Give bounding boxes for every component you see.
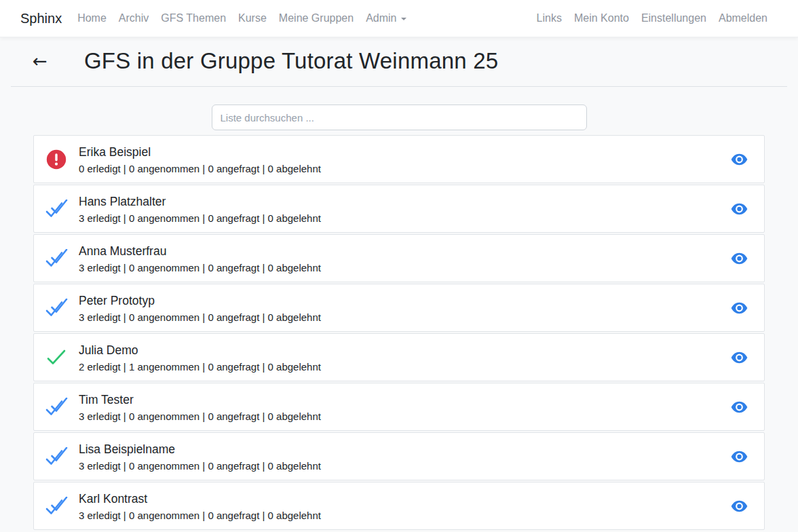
eye-icon: [731, 500, 748, 512]
list-item[interactable]: Lisa Beispielname 3 erledigt | 0 angenom…: [33, 432, 765, 480]
list-item[interactable]: Hans Platzhalter 3 erledigt | 0 angenomm…: [33, 185, 765, 233]
member-name: Peter Prototyp: [79, 294, 728, 308]
nav-item-mein-konto[interactable]: Mein Konto: [568, 12, 635, 24]
nav-item-home[interactable]: Home: [71, 12, 113, 24]
nav-item-gfs-themen[interactable]: GFS Themen: [155, 12, 232, 24]
single-check-icon: [47, 349, 66, 365]
header-divider: [11, 86, 787, 87]
eye-cell: [728, 200, 764, 218]
member-name: Karl Kontrast: [79, 492, 728, 506]
list-item[interactable]: Karl Kontrast 3 erledigt | 0 angenommen …: [33, 482, 765, 530]
double-check-icon: [45, 249, 68, 267]
member-list: Erika Beispiel 0 erledigt | 0 angenommen…: [33, 135, 765, 530]
navbar-right: Links Mein Konto Einstellungen Abmelden: [531, 12, 774, 24]
status-cell: [34, 249, 79, 267]
member-stats: 3 erledigt | 0 angenommen | 0 angefragt …: [79, 262, 728, 273]
member-info: Hans Platzhalter 3 erledigt | 0 angenomm…: [79, 194, 728, 224]
eye-cell: [728, 497, 764, 515]
view-details-button[interactable]: [728, 299, 750, 317]
eye-cell: [728, 398, 764, 416]
double-check-icon: [45, 200, 68, 218]
eye-icon: [731, 252, 748, 265]
eye-cell: [728, 299, 764, 317]
eye-cell: [728, 349, 764, 366]
double-check-icon: [45, 398, 68, 416]
nav-item-abmelden[interactable]: Abmelden: [712, 12, 774, 24]
member-name: Erika Beispiel: [79, 145, 728, 159]
view-details-button[interactable]: [728, 349, 750, 366]
navbar: Sphinx Home Archiv GFS Themen Kurse Mein…: [0, 0, 798, 37]
view-details-button[interactable]: [728, 448, 750, 466]
eye-icon: [731, 451, 748, 463]
member-name: Julia Demo: [79, 343, 728, 358]
member-stats: 3 erledigt | 0 angenommen | 0 angefragt …: [79, 460, 728, 472]
status-cell: [34, 398, 79, 416]
list-item[interactable]: Tim Tester 3 erledigt | 0 angenommen | 0…: [33, 383, 765, 431]
member-info: Tim Tester 3 erledigt | 0 angenommen | 0…: [79, 392, 728, 422]
view-details-button[interactable]: [728, 200, 750, 218]
status-cell: [34, 349, 79, 365]
eye-cell: [728, 151, 764, 168]
member-stats: 3 erledigt | 0 angenommen | 0 angefragt …: [79, 311, 728, 323]
member-info: Julia Demo 2 erledigt | 1 angenommen | 0…: [79, 343, 728, 373]
double-check-icon: [45, 497, 68, 515]
status-cell: [34, 299, 79, 317]
view-details-button[interactable]: [728, 398, 750, 416]
double-check-icon: [45, 299, 68, 317]
page-title: GFS in der Gruppe Tutorat Weinmann 25: [84, 48, 498, 74]
double-check-icon: [45, 447, 68, 466]
member-stats: 3 erledigt | 0 angenommen | 0 angefragt …: [79, 212, 728, 224]
eye-icon: [731, 401, 748, 413]
member-stats: 3 erledigt | 0 angenommen | 0 angefragt …: [79, 510, 728, 521]
member-name: Anna Musterfrau: [79, 244, 728, 259]
admin-dropdown-label: Admin: [366, 12, 396, 24]
view-details-button[interactable]: [728, 497, 750, 515]
search-section: [0, 104, 798, 130]
eye-icon: [731, 352, 748, 364]
member-stats: 2 erledigt | 1 angenommen | 0 angefragt …: [79, 361, 728, 373]
brand-logo[interactable]: Sphinx: [20, 11, 62, 26]
nav-item-einstellungen[interactable]: Einstellungen: [635, 12, 712, 24]
eye-cell: [728, 448, 764, 466]
alert-circle-icon: [46, 149, 66, 170]
status-cell: [34, 497, 79, 515]
view-details-button[interactable]: [728, 250, 750, 267]
list-item[interactable]: Anna Musterfrau 3 erledigt | 0 angenomme…: [33, 234, 765, 282]
member-name: Tim Tester: [79, 393, 728, 407]
eye-icon: [731, 203, 748, 215]
member-name: Hans Platzhalter: [79, 195, 728, 209]
status-cell: [34, 149, 79, 170]
nav-item-archiv[interactable]: Archiv: [113, 12, 155, 24]
member-stats: 0 erledigt | 0 angenommen | 0 angefragt …: [79, 163, 728, 174]
member-stats: 3 erledigt | 0 angenommen | 0 angefragt …: [79, 411, 728, 422]
member-info: Anna Musterfrau 3 erledigt | 0 angenomme…: [79, 244, 728, 273]
eye-cell: [728, 250, 764, 267]
status-cell: [34, 447, 79, 466]
nav-item-links[interactable]: Links: [531, 12, 568, 24]
search-input[interactable]: [212, 104, 587, 130]
eye-icon: [731, 302, 748, 314]
nav-item-admin-dropdown[interactable]: Admin: [360, 12, 412, 24]
nav-item-kurse[interactable]: Kurse: [232, 12, 273, 24]
eye-icon: [731, 153, 748, 166]
member-info: Peter Prototyp 3 erledigt | 0 angenommen…: [79, 293, 728, 323]
back-arrow-icon[interactable]: ←: [30, 51, 50, 71]
member-info: Lisa Beispielname 3 erledigt | 0 angenom…: [79, 442, 728, 472]
status-cell: [34, 200, 79, 218]
member-info: Erika Beispiel 0 erledigt | 0 angenommen…: [79, 145, 728, 174]
member-info: Karl Kontrast 3 erledigt | 0 angenommen …: [79, 491, 728, 521]
nav-item-meine-gruppen[interactable]: Meine Gruppen: [273, 12, 360, 24]
page-header: ← GFS in der Gruppe Tutorat Weinmann 25: [0, 37, 798, 86]
view-details-button[interactable]: [728, 151, 750, 168]
list-item[interactable]: Peter Prototyp 3 erledigt | 0 angenommen…: [33, 284, 765, 332]
member-name: Lisa Beispielname: [79, 442, 728, 457]
list-item[interactable]: Julia Demo 2 erledigt | 1 angenommen | 0…: [33, 333, 765, 381]
list-item[interactable]: Erika Beispiel 0 erledigt | 0 angenommen…: [33, 135, 765, 183]
chevron-down-icon: [401, 18, 406, 20]
